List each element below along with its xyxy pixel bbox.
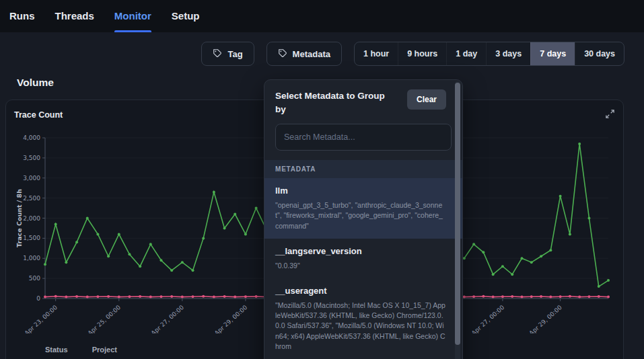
svg-text:3,000: 3,000 bbox=[23, 175, 40, 182]
expand-icon[interactable] bbox=[605, 109, 615, 122]
metadata-key: __langserve_version bbox=[275, 246, 446, 256]
svg-text:2,500: 2,500 bbox=[23, 195, 40, 202]
range-7-days[interactable]: 7 days bbox=[530, 42, 575, 65]
range-1-hour[interactable]: 1 hour bbox=[355, 42, 398, 65]
svg-text:1,000: 1,000 bbox=[23, 255, 40, 262]
svg-text:4,000: 4,000 bbox=[23, 134, 40, 141]
metadata-button-label: Metadata bbox=[293, 49, 330, 59]
popover-scrollbar[interactable] bbox=[455, 81, 460, 359]
metadata-values: "0.0.39" bbox=[275, 261, 446, 271]
metadata-filter-button[interactable]: Metadata bbox=[266, 42, 342, 66]
metadata-groupby-popover: Select Metadata to Group by Clear METADA… bbox=[264, 79, 463, 359]
tag-icon bbox=[213, 48, 222, 60]
svg-text:Apr 27, 00:00: Apr 27, 00:00 bbox=[470, 304, 506, 333]
group-label-status[interactable]: Status bbox=[45, 346, 68, 354]
tag-button-label: Tag bbox=[227, 49, 242, 59]
chart-title: Trace Count bbox=[14, 110, 63, 120]
svg-text:0: 0 bbox=[36, 295, 40, 302]
range-1-day[interactable]: 1 day bbox=[446, 42, 486, 65]
svg-text:3,500: 3,500 bbox=[23, 155, 40, 161]
filter-toolbar: Tag Metadata 1 hour 9 hours 1 day 3 days… bbox=[0, 42, 644, 66]
metadata-section-header: METADATA bbox=[264, 160, 462, 178]
popover-title: Select Metadata to Group by bbox=[275, 89, 396, 116]
metadata-item-useragent[interactable]: __useragent "Mozilla/5.0 (Macintosh; Int… bbox=[264, 278, 462, 359]
tab-monitor[interactable]: Monitor bbox=[114, 0, 151, 32]
svg-text:1,500: 1,500 bbox=[23, 235, 40, 241]
metadata-item-langserve-version[interactable]: __langserve_version "0.0.39" bbox=[264, 239, 462, 278]
range-30-days[interactable]: 30 days bbox=[575, 42, 624, 65]
svg-text:500: 500 bbox=[29, 275, 40, 282]
tab-setup[interactable]: Setup bbox=[172, 0, 200, 32]
tag-icon bbox=[278, 48, 287, 60]
svg-text:2,000: 2,000 bbox=[23, 215, 40, 222]
popover-scrollbar-thumb[interactable] bbox=[455, 83, 460, 345]
group-label-project[interactable]: Project bbox=[92, 346, 117, 354]
svg-text:Apr 29, 00:00: Apr 29, 00:00 bbox=[528, 304, 564, 333]
clear-button[interactable]: Clear bbox=[407, 89, 446, 110]
tag-filter-button[interactable]: Tag bbox=[201, 42, 254, 66]
metadata-list: llm "openai_gpt_3_5_turbo", "anthropic_c… bbox=[264, 178, 462, 359]
metadata-values: "Mozilla/5.0 (Macintosh; Intel Mac OS X … bbox=[275, 301, 446, 352]
svg-text:Apr 29, 00:00: Apr 29, 00:00 bbox=[213, 304, 249, 333]
metadata-key: llm bbox=[275, 186, 446, 196]
range-3-days[interactable]: 3 days bbox=[486, 42, 530, 65]
time-range-group: 1 hour 9 hours 1 day 3 days 7 days 30 da… bbox=[354, 42, 624, 66]
tab-threads[interactable]: Threads bbox=[55, 0, 94, 32]
metadata-values: "openai_gpt_3_5_turbo", "anthropic_claud… bbox=[275, 200, 446, 231]
svg-text:Apr 23, 00:00: Apr 23, 00:00 bbox=[24, 304, 59, 333]
metadata-key: __useragent bbox=[275, 286, 446, 296]
svg-text:Trace Count / 8h: Trace Count / 8h bbox=[15, 189, 23, 247]
metadata-item-llm[interactable]: llm "openai_gpt_3_5_turbo", "anthropic_c… bbox=[264, 178, 462, 239]
svg-text:Apr 27, 00:00: Apr 27, 00:00 bbox=[150, 304, 186, 333]
range-9-hours[interactable]: 9 hours bbox=[398, 42, 446, 65]
top-nav: Runs Threads Monitor Setup bbox=[0, 0, 644, 32]
search-metadata-input[interactable] bbox=[275, 124, 452, 151]
tab-runs[interactable]: Runs bbox=[9, 0, 35, 32]
svg-text:Apr 25, 00:00: Apr 25, 00:00 bbox=[87, 304, 122, 333]
